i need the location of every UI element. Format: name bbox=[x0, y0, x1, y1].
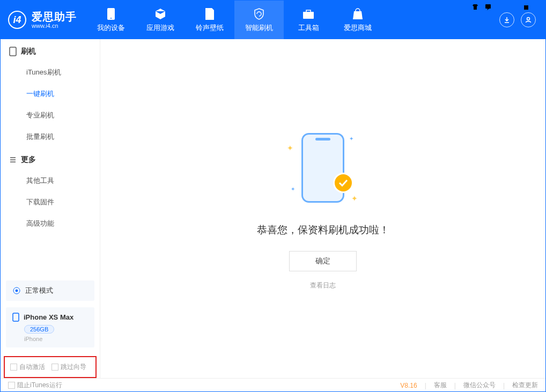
download-button[interactable] bbox=[499, 12, 514, 27]
nav-tabs: 我的设备 应用游戏 铃声壁纸 智能刷机 工具箱 爱思商城 bbox=[86, 1, 382, 39]
refresh-shield-icon bbox=[252, 7, 266, 21]
nav-tab-apps[interactable]: 应用游戏 bbox=[136, 1, 185, 39]
titlebar: i4 爱思助手 www.i4.cn 我的设备 应用游戏 铃声壁纸 智能刷机 工具… bbox=[1, 1, 545, 39]
checkbox-skip-guide[interactable]: 跳过向导 bbox=[51, 363, 86, 372]
view-log-link[interactable]: 查看日志 bbox=[310, 281, 336, 290]
nav-tab-flash[interactable]: 智能刷机 bbox=[234, 1, 284, 39]
version-label: V8.16 bbox=[400, 382, 417, 389]
sidebar-group-more: 更多 bbox=[1, 147, 100, 170]
nav-label: 铃声壁纸 bbox=[196, 23, 224, 33]
sidebar-item-itunes-flash[interactable]: iTunes刷机 bbox=[1, 62, 100, 83]
checkmark-badge-icon bbox=[333, 173, 353, 193]
phone-icon bbox=[104, 7, 118, 21]
cube-icon bbox=[153, 7, 167, 21]
footer-link-wechat[interactable]: 微信公众号 bbox=[463, 381, 496, 390]
footer-link-update[interactable]: 检查更新 bbox=[512, 381, 538, 390]
nav-tab-device[interactable]: 我的设备 bbox=[86, 1, 136, 39]
nav-tab-ringtones[interactable]: 铃声壁纸 bbox=[185, 1, 234, 39]
sidebar-group-flash: 刷机 bbox=[1, 39, 100, 62]
list-icon bbox=[9, 156, 17, 164]
sidebar-item-advanced[interactable]: 高级功能 bbox=[1, 213, 100, 234]
sparkle-icon: ✦ bbox=[349, 136, 353, 142]
sidebar-item-download-firmware[interactable]: 下载固件 bbox=[1, 191, 100, 213]
minimize-icon[interactable] bbox=[510, 3, 518, 13]
sparkle-icon: ✦ bbox=[287, 144, 293, 152]
sparkle-icon: ✦ bbox=[351, 194, 358, 203]
nav-label: 我的设备 bbox=[97, 23, 125, 33]
toolbox-icon bbox=[301, 7, 315, 21]
logo-area: i4 爱思助手 www.i4.cn bbox=[1, 1, 86, 39]
window-controls bbox=[471, 3, 542, 13]
activation-options-box: 自动激活 跳过向导 bbox=[4, 356, 97, 378]
footer: 阻止iTunes运行 V8.16 | 客服 | 微信公众号 | 检查更新 bbox=[1, 378, 545, 392]
device-info-box[interactable]: iPhone XS Max 256GB iPhone bbox=[6, 307, 94, 347]
sparkle-icon: ✦ bbox=[291, 186, 295, 192]
nav-tab-store[interactable]: 爱思商城 bbox=[333, 1, 382, 39]
main-content: ✦ ✦ ✦ ✦ 恭喜您，保资料刷机成功啦！ 确定 查看日志 bbox=[100, 39, 545, 378]
bag-icon bbox=[351, 7, 365, 21]
sidebar: 刷机 iTunes刷机 一键刷机 专业刷机 批量刷机 更多 其他工具 下载固件 … bbox=[1, 39, 100, 378]
svg-rect-5 bbox=[524, 5, 528, 10]
svg-rect-4 bbox=[485, 4, 491, 9]
device-type: iPhone bbox=[24, 336, 88, 342]
phone-illustration bbox=[301, 133, 344, 203]
menu-icon[interactable] bbox=[497, 3, 505, 13]
sidebar-item-batch-flash[interactable]: 批量刷机 bbox=[1, 126, 100, 147]
mode-label: 正常模式 bbox=[25, 286, 53, 295]
svg-rect-6 bbox=[10, 47, 16, 56]
svg-rect-2 bbox=[303, 12, 314, 19]
app-name: 爱思助手 bbox=[32, 11, 77, 23]
sidebar-item-pro-flash[interactable]: 专业刷机 bbox=[1, 105, 100, 126]
nav-label: 智能刷机 bbox=[245, 23, 273, 33]
checkbox-block-itunes[interactable]: 阻止iTunes运行 bbox=[8, 381, 62, 390]
svg-point-8 bbox=[16, 290, 18, 292]
device-name: iPhone XS Max bbox=[24, 313, 73, 321]
device-mode-box[interactable]: 正常模式 bbox=[6, 280, 94, 301]
skin-icon[interactable] bbox=[471, 3, 479, 13]
nav-label: 爱思商城 bbox=[344, 23, 372, 33]
feedback-icon[interactable] bbox=[484, 3, 492, 13]
sidebar-item-oneclick-flash[interactable]: 一键刷机 bbox=[1, 83, 100, 105]
mode-icon bbox=[12, 286, 21, 295]
success-message: 恭喜您，保资料刷机成功啦！ bbox=[257, 223, 389, 237]
svg-point-3 bbox=[527, 18, 530, 20]
nav-tab-toolbox[interactable]: 工具箱 bbox=[284, 1, 333, 39]
maximize-icon[interactable] bbox=[523, 3, 529, 13]
nav-label: 工具箱 bbox=[298, 23, 319, 33]
phone-small-icon bbox=[12, 313, 19, 322]
ok-button[interactable]: 确定 bbox=[289, 251, 357, 271]
svg-rect-9 bbox=[13, 313, 19, 321]
user-button[interactable] bbox=[521, 12, 536, 27]
svg-point-1 bbox=[110, 18, 112, 19]
app-logo-icon: i4 bbox=[8, 11, 26, 29]
close-icon[interactable] bbox=[535, 3, 542, 13]
sidebar-item-other-tools[interactable]: 其他工具 bbox=[1, 170, 100, 191]
checkbox-auto-activate[interactable]: 自动激活 bbox=[10, 363, 45, 372]
success-illustration: ✦ ✦ ✦ ✦ bbox=[283, 128, 363, 208]
footer-link-support[interactable]: 客服 bbox=[434, 381, 447, 390]
app-url: www.i4.cn bbox=[32, 23, 77, 29]
device-capacity: 256GB bbox=[24, 325, 54, 334]
device-icon bbox=[9, 47, 17, 56]
nav-label: 应用游戏 bbox=[146, 23, 174, 33]
music-file-icon bbox=[203, 7, 217, 21]
